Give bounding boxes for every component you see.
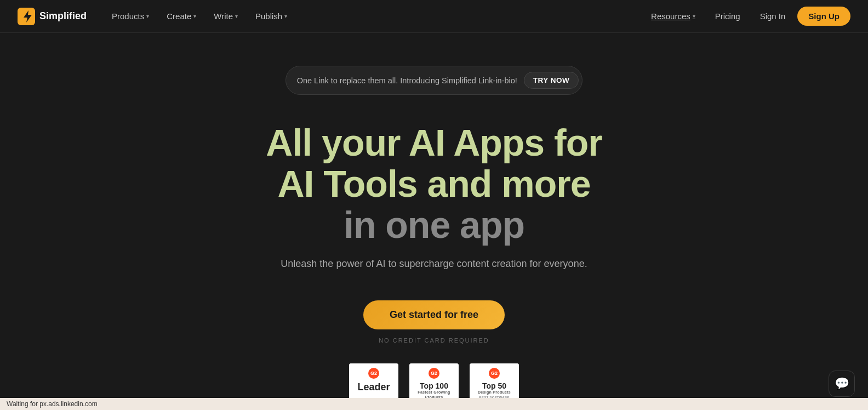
nav-publish[interactable]: Publish ▾ [248, 7, 295, 25]
status-text: Waiting for px.ads.linkedin.com [7, 400, 98, 408]
badge-leader-inner: Leader [349, 381, 398, 399]
create-chevron-icon: ▾ [193, 13, 196, 19]
hero-line3: in one app [266, 204, 602, 246]
banner-try-now-button[interactable]: TRY NOW [524, 72, 579, 89]
nav-links: Products ▾ Create ▾ Write ▾ Publish ▾ [104, 7, 643, 25]
publish-chevron-icon: ▾ [284, 13, 287, 19]
g2-logo-2-icon: G2 [429, 368, 439, 379]
badge-leader-top: G2 [349, 363, 398, 381]
logo-icon [18, 8, 35, 25]
nav-write[interactable]: Write ▾ [206, 7, 245, 25]
badge-top100-main: Top 100 [420, 382, 448, 390]
badge-leader-main: Leader [357, 382, 390, 392]
hero-section: All your AI Apps for AI Tools and more i… [266, 122, 602, 289]
nav-resources[interactable]: Resources ▾ [643, 7, 703, 25]
nav-pricing[interactable]: Pricing [707, 7, 748, 25]
hero-line1: All your AI Apps for [266, 122, 602, 163]
main-content: One Link to replace them all. Introducin… [0, 33, 868, 410]
badge-top50-top: G2 [470, 363, 519, 381]
nav-right: Resources ▾ Pricing Sign In Sign Up [643, 7, 850, 26]
banner-text: One Link to replace them all. Introducin… [297, 76, 517, 85]
announcement-banner: One Link to replace them all. Introducin… [285, 66, 583, 95]
logo-link[interactable]: Simplified [18, 8, 87, 25]
g2-logo-icon: G2 [368, 368, 379, 379]
write-chevron-icon: ▾ [235, 13, 238, 19]
navbar: Simplified Products ▾ Create ▾ Write ▾ P… [0, 0, 868, 33]
g2-logo-3-icon: G2 [489, 368, 500, 379]
badge-top100-top: G2 [409, 363, 459, 381]
hero-line2: AI Tools and more [266, 163, 602, 204]
badge-top50-main: Top 50 [482, 382, 506, 390]
chat-icon: 💬 [835, 377, 849, 391]
nav-create[interactable]: Create ▾ [159, 7, 204, 25]
nav-signin[interactable]: Sign In [752, 7, 793, 25]
chat-widget[interactable]: 💬 [829, 371, 855, 397]
products-chevron-icon: ▾ [146, 13, 149, 19]
resources-chevron-icon: ▾ [693, 13, 695, 19]
status-bar: Waiting for px.ads.linkedin.com [0, 398, 868, 410]
nav-signup-button[interactable]: Sign Up [797, 7, 850, 26]
nav-products[interactable]: Products ▾ [104, 7, 157, 25]
brand-name: Simplified [39, 10, 87, 22]
no-credit-label: NO CREDIT CARD REQUIRED [379, 337, 489, 344]
hero-subtitle: Unleash the power of AI to supercharge c… [266, 258, 602, 270]
get-started-button[interactable]: Get started for free [363, 300, 505, 329]
